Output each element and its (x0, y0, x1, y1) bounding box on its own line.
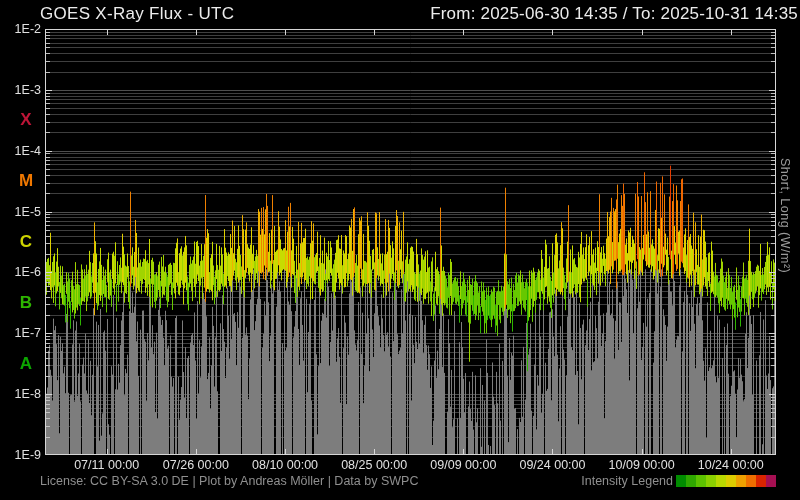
intensity-legend-swatch (696, 475, 706, 487)
flare-class-label-a: A (12, 354, 40, 374)
flare-class-label-c: C (12, 232, 40, 252)
intensity-legend-swatch (706, 475, 716, 487)
y-axis-unit-label: Short, Long (W/m²) (778, 158, 792, 273)
x-axis-tick-label: 08/10 00:00 (239, 458, 331, 472)
license-text: License: CC BY-SA 3.0 DE | Plot by Andre… (40, 474, 418, 488)
y-axis-tick-label: 1E-3 (0, 83, 41, 97)
flare-class-label-m: M (12, 171, 40, 191)
intensity-legend-swatch (736, 475, 746, 487)
x-axis-tick-label: 10/09 00:00 (596, 458, 688, 472)
x-axis-tick-label: 07/11 00:00 (61, 458, 153, 472)
flux-chart-canvas (0, 0, 800, 500)
y-axis-tick-label: 1E-2 (0, 22, 41, 36)
y-axis-tick-label: 1E-4 (0, 144, 41, 158)
x-axis-tick-label: 08/25 00:00 (328, 458, 420, 472)
y-axis-tick-label: 1E-8 (0, 387, 41, 401)
y-axis-tick-label: 1E-5 (0, 205, 41, 219)
intensity-legend-swatch (746, 475, 756, 487)
flare-class-label-b: B (12, 293, 40, 313)
intensity-legend: Intensity Legend (581, 474, 776, 488)
goes-xray-flux-plot-page: GOES X-Ray Flux - UTC From: 2025-06-30 1… (0, 0, 800, 500)
intensity-legend-bar (676, 475, 776, 487)
intensity-legend-swatch (716, 475, 726, 487)
x-axis-tick-label: 09/09 00:00 (417, 458, 509, 472)
intensity-legend-swatch (756, 475, 766, 487)
y-axis-tick-label: 1E-6 (0, 265, 41, 279)
y-axis-tick-label: 1E-9 (0, 448, 41, 462)
y-axis-tick-label: 1E-7 (0, 326, 41, 340)
intensity-legend-swatch (676, 475, 686, 487)
x-axis-tick-label: 09/24 00:00 (506, 458, 598, 472)
page-title: GOES X-Ray Flux - UTC (40, 4, 234, 24)
intensity-legend-swatch (726, 475, 736, 487)
intensity-legend-swatch (686, 475, 696, 487)
x-axis-tick-label: 07/26 00:00 (150, 458, 242, 472)
x-axis-tick-label: 10/24 00:00 (685, 458, 777, 472)
flare-class-label-x: X (12, 110, 40, 130)
time-range-label: From: 2025-06-30 14:35 / To: 2025-10-31 … (430, 4, 798, 24)
intensity-legend-swatch (766, 475, 776, 487)
intensity-legend-label: Intensity Legend (581, 474, 673, 488)
